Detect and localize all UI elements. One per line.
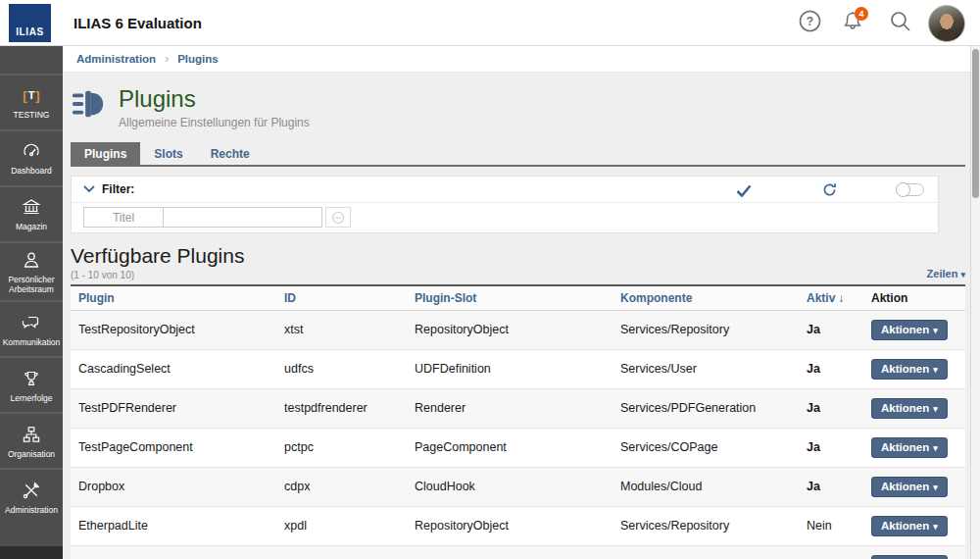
- sidebar-item[interactable]: Administration: [0, 468, 63, 524]
- cell-komponente: Services/User: [612, 349, 799, 388]
- chevron-down-icon: ▾: [933, 443, 938, 453]
- cell-aktion: Aktionen▾: [863, 467, 965, 506]
- cell-id: xtst: [276, 310, 407, 349]
- cell-komponente: Services/PDFGeneration: [612, 388, 799, 428]
- cell-komponente: Services/UIComponent: [612, 545, 799, 559]
- sidebar-item[interactable]: Persönlicher Arbeitsraum: [0, 241, 63, 300]
- cell-aktiv: Nein: [799, 506, 863, 545]
- sidebar-item[interactable]: Kommunikation: [0, 300, 63, 356]
- filter-apply-icon[interactable]: [736, 183, 752, 201]
- search-icon: [889, 10, 911, 36]
- cell-aktion: Aktionen▾: [863, 349, 965, 388]
- cell-plugin-slot: UserInterfaceHook: [407, 545, 612, 559]
- chevron-down-icon: ▾: [933, 483, 938, 492]
- filter-reset-icon[interactable]: [822, 182, 837, 201]
- plugin-icon: [71, 88, 106, 120]
- cell-aktion: Aktionen▾: [863, 388, 965, 428]
- table-row: TestPageComponent pctpc PageComponent Se…: [71, 428, 965, 467]
- cell-plugin: EtherpadLite: [71, 506, 276, 545]
- column-header-komponente[interactable]: Komponente: [612, 285, 799, 311]
- page-subtitle: Allgemeine Einstellungen für Plugins: [119, 116, 310, 129]
- cell-plugin: CascadingSelect: [71, 349, 276, 388]
- cell-id: portassui: [276, 545, 407, 559]
- aktionen-button[interactable]: Aktionen▾: [871, 516, 948, 536]
- aktionen-button[interactable]: Aktionen▾: [871, 359, 948, 380]
- aktionen-button[interactable]: Aktionen▾: [871, 437, 948, 458]
- app-title: ILIAS 6 Evaluation: [74, 15, 202, 31]
- cell-plugin-slot: UDFDefinition: [407, 349, 612, 388]
- sidebar-item[interactable]: Organisation: [0, 412, 63, 468]
- sidebar-item[interactable]: [T] TESTING: [0, 74, 63, 129]
- cell-plugin-slot: RepositoryObject: [407, 310, 612, 349]
- column-header-plugin[interactable]: Plugin: [71, 285, 276, 311]
- sidebar-item[interactable]: Magazin: [0, 185, 63, 241]
- cell-komponente: Services/Repository: [612, 506, 799, 545]
- breadcrumb-link[interactable]: Administration ›: [76, 52, 177, 66]
- aktionen-button[interactable]: Aktionen▾: [871, 320, 948, 340]
- sort-desc-icon: ↓: [838, 291, 844, 305]
- table-row: EtherpadLite xpdl RepositoryObject Servi…: [71, 506, 965, 545]
- breadcrumb-link[interactable]: Plugins ›: [177, 53, 219, 65]
- table-row: CascadingSelect udfcs UDFDefinition Serv…: [71, 349, 965, 388]
- cell-plugin: TestPageComponent: [71, 428, 276, 467]
- help-icon: ?: [799, 10, 821, 36]
- cell-plugin-slot: RepositoryObject: [407, 506, 612, 545]
- column-header-id[interactable]: ID: [276, 285, 407, 311]
- aktionen-button[interactable]: Aktionen▾: [871, 398, 948, 419]
- cell-aktion: Aktionen▾: [863, 545, 965, 559]
- cell-aktion: Aktionen▾: [863, 310, 965, 349]
- notification-badge: 4: [855, 7, 868, 21]
- chevron-down-icon: ▾: [933, 326, 938, 335]
- breadcrumb-separator-icon: ›: [165, 52, 169, 66]
- cell-komponente: Modules/Cloud: [612, 467, 799, 506]
- tab[interactable]: Plugins: [71, 142, 140, 165]
- tab-bar: Plugins Slots Rechte: [71, 142, 965, 167]
- aktionen-button[interactable]: Aktionen▾: [871, 555, 948, 559]
- filter-collapse-icon[interactable]: [83, 185, 95, 193]
- scrollbar-thumb[interactable]: [972, 49, 979, 198]
- aktionen-button[interactable]: Aktionen▾: [871, 477, 948, 497]
- svg-text:?: ?: [806, 15, 812, 28]
- search-button[interactable]: [887, 10, 912, 35]
- plugins-table: Plugin ID Plugin-Slot Komponente Aktiv↓ …: [71, 284, 965, 559]
- cell-plugin: Dropbox: [71, 467, 276, 506]
- cell-plugin-slot: Renderer: [407, 388, 612, 428]
- vertical-scrollbar[interactable]: [970, 46, 980, 559]
- filter-toggle[interactable]: [897, 183, 924, 196]
- cell-aktiv: Nein: [799, 545, 863, 559]
- cell-aktiv: Ja: [799, 467, 863, 506]
- chevron-down-icon: ▾: [933, 365, 938, 375]
- sidebar-item[interactable]: Dashboard: [0, 129, 63, 185]
- cell-id: pctpc: [276, 428, 407, 467]
- top-header: ILIAS ILIAS 6 Evaluation ? 4: [0, 0, 980, 46]
- table-header-row: Plugin ID Plugin-Slot Komponente Aktiv↓ …: [71, 285, 965, 311]
- page-title: Plugins: [119, 85, 310, 113]
- table-title: Verfügbare Plugins: [71, 244, 965, 268]
- cell-aktiv: Ja: [799, 349, 863, 388]
- filter-panel: Filter: Titel: [71, 176, 939, 233]
- ilias-logo[interactable]: ILIAS: [9, 4, 51, 42]
- cell-plugin-slot: CloudHook: [407, 467, 612, 506]
- rows-dropdown[interactable]: Zeilen ▾: [927, 268, 965, 280]
- help-button[interactable]: ?: [797, 10, 822, 35]
- cell-plugin-slot: PageComponent: [407, 428, 612, 467]
- tab[interactable]: Rechte: [197, 142, 264, 165]
- cell-komponente: Services/Repository: [612, 310, 799, 349]
- column-header-plugin-slot[interactable]: Plugin-Slot: [407, 285, 612, 311]
- sidebar-bottom-strip: [0, 546, 63, 559]
- table-row: PortfolioAssignment portassui UserInterf…: [71, 545, 965, 559]
- main-content: Plugins Allgemeine Einstellungen für Plu…: [63, 73, 965, 559]
- cell-komponente: Services/COPage: [612, 428, 799, 467]
- tab[interactable]: Slots: [140, 142, 196, 165]
- main-sidebar: [T] TESTING Dashboard Magazin Persönlich…: [0, 46, 63, 559]
- table-count: (1 - 10 von 10): [71, 270, 965, 280]
- breadcrumb: Administration › Plugins ›: [63, 46, 980, 73]
- sidebar-item[interactable]: Lernerfolge: [0, 356, 63, 412]
- chevron-down-icon: ▾: [960, 270, 965, 280]
- user-avatar[interactable]: [928, 5, 965, 42]
- cell-id: udfcs: [276, 349, 407, 388]
- column-header-aktiv[interactable]: Aktiv↓: [799, 285, 863, 311]
- filter-label: Filter:: [102, 182, 134, 196]
- filter-remove-button[interactable]: [325, 207, 351, 228]
- filter-title-input[interactable]: [164, 207, 322, 228]
